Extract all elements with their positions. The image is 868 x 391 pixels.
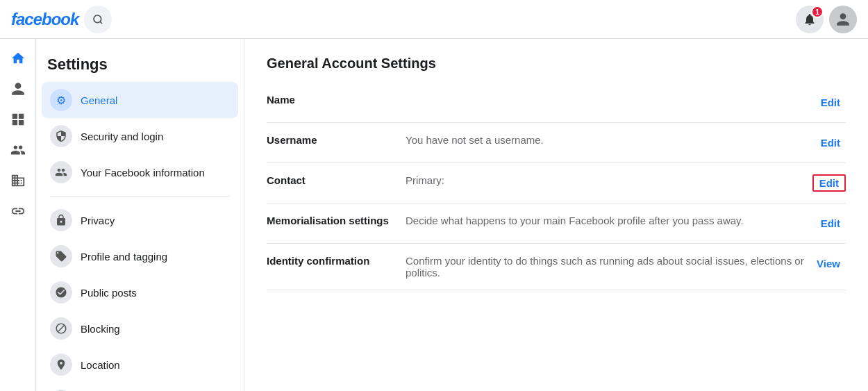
sidebar-item-privacy[interactable]: Privacy <box>42 202 238 238</box>
settings-sidebar: Settings ⚙ General Security and login Yo… <box>36 39 244 391</box>
search-icon <box>92 14 103 25</box>
nav-friends-button[interactable] <box>4 136 32 164</box>
account-menu-button[interactable] <box>829 6 857 33</box>
nav-grid-button[interactable] <box>4 106 32 133</box>
field-value-identity: Confirm your identity to do things such … <box>406 244 811 290</box>
field-name-username: Username <box>267 123 406 163</box>
main-layout: Settings ⚙ General Security and login Yo… <box>0 39 868 391</box>
nav-profile-button[interactable] <box>4 75 32 103</box>
memorialisation-edit-button[interactable]: Edit <box>815 215 846 232</box>
identity-view-button[interactable]: View <box>811 255 846 272</box>
general-icon: ⚙ <box>50 89 72 111</box>
fb-info-icon <box>50 161 72 183</box>
sidebar-divider-1 <box>50 196 230 197</box>
field-name-name: Name <box>267 83 406 123</box>
field-action-name: Edit <box>811 83 846 123</box>
settings-table: Name Edit Username You have not set a us… <box>267 83 846 290</box>
table-row: Contact Primary: Edit <box>267 163 846 203</box>
top-navigation: facebook 1 <box>0 0 868 39</box>
sidebar-item-blocking-label: Blocking <box>81 323 120 335</box>
field-name-memorialisation: Memorialisation settings <box>267 203 406 244</box>
contact-edit-button[interactable]: Edit <box>812 174 846 192</box>
nav-right: 1 <box>796 6 857 33</box>
account-icon <box>835 12 851 27</box>
nav-groups-button[interactable] <box>4 167 32 194</box>
home-icon <box>10 51 26 66</box>
sidebar-item-language[interactable]: Aa Language and region <box>42 383 238 391</box>
field-action-contact: Edit <box>811 163 846 203</box>
blocking-icon <box>50 317 72 340</box>
sidebar-item-fb-info[interactable]: Your Facebook information <box>42 154 238 190</box>
profile-tagging-icon <box>50 245 72 267</box>
nav-link-button[interactable] <box>4 197 32 225</box>
field-action-identity: View <box>811 244 846 290</box>
field-name-contact: Contact <box>267 163 406 203</box>
table-row: Identity confirmation Confirm your ident… <box>267 244 846 290</box>
sidebar-item-public-posts[interactable]: Public posts <box>42 274 238 310</box>
main-content: General Account Settings Name Edit Usern… <box>244 39 868 391</box>
privacy-icon <box>50 209 72 231</box>
sidebar-item-security[interactable]: Security and login <box>42 118 238 154</box>
left-icon-nav <box>0 39 36 391</box>
facebook-logo: facebook <box>11 10 78 29</box>
sidebar-item-general[interactable]: ⚙ General <box>42 82 238 118</box>
settings-title: Settings <box>42 50 238 82</box>
friends-icon <box>10 142 26 158</box>
nav-home-button[interactable] <box>4 44 32 72</box>
svg-line-1 <box>100 22 102 24</box>
sidebar-item-profile-tagging-label: Profile and tagging <box>81 251 167 263</box>
sidebar-item-location[interactable]: Location <box>42 347 238 383</box>
field-value-contact: Primary: <box>406 163 811 203</box>
sidebar-item-privacy-label: Privacy <box>81 215 115 226</box>
svg-point-0 <box>94 15 101 23</box>
sidebar-item-profile-tagging[interactable]: Profile and tagging <box>42 238 238 274</box>
field-value-memorialisation: Decide what happens to your main Faceboo… <box>406 203 811 244</box>
field-action-memorialisation: Edit <box>811 203 846 244</box>
field-action-username: Edit <box>811 123 846 163</box>
link-icon <box>10 203 26 219</box>
profile-nav-icon <box>10 81 26 97</box>
table-row: Name Edit <box>267 83 846 123</box>
grid-icon <box>10 112 26 127</box>
sidebar-item-fbinfo-label: Your Facebook information <box>81 167 205 178</box>
search-button[interactable] <box>84 6 112 33</box>
groups-icon <box>10 173 26 188</box>
sidebar-item-blocking[interactable]: Blocking <box>42 310 238 347</box>
nav-left: facebook <box>11 6 112 33</box>
security-icon <box>50 125 72 147</box>
sidebar-item-general-label: General <box>81 94 117 106</box>
sidebar-item-public-posts-label: Public posts <box>81 287 137 299</box>
name-edit-button[interactable]: Edit <box>815 94 846 111</box>
field-value-name <box>406 83 811 123</box>
location-icon <box>50 353 72 376</box>
table-row: Username You have not set a username. Ed… <box>267 123 846 163</box>
username-edit-button[interactable]: Edit <box>815 134 846 151</box>
notifications-button[interactable]: 1 <box>796 6 824 33</box>
sidebar-item-security-label: Security and login <box>81 131 163 142</box>
sidebar-item-location-label: Location <box>81 359 120 371</box>
notification-count: 1 <box>811 6 824 18</box>
public-posts-icon <box>50 281 72 303</box>
field-value-username: You have not set a username. <box>406 123 811 163</box>
page-title: General Account Settings <box>267 56 846 72</box>
field-name-identity: Identity confirmation <box>267 244 406 290</box>
table-row: Memorialisation settings Decide what hap… <box>267 203 846 244</box>
